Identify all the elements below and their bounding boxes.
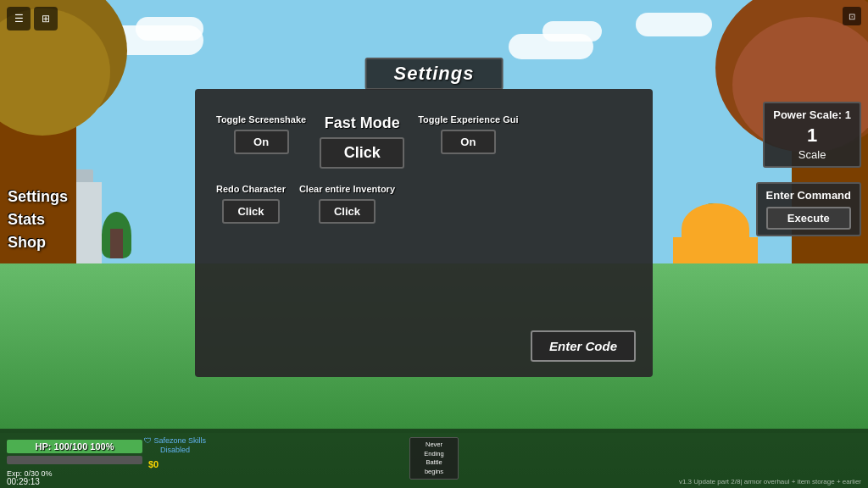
timer-display: 00:29:13: [7, 477, 40, 486]
tree-trunk-1: [110, 229, 123, 258]
enter-code-button[interactable]: Enter Code: [531, 330, 636, 362]
cloud-4: [542, 21, 602, 42]
menu-item-stats[interactable]: Stats: [4, 209, 71, 230]
fast-mode-setting: Fast Mode Click: [320, 114, 404, 169]
power-scale-label: Scale: [773, 148, 851, 161]
exp-bar-container: Exp: 0/30 0%: [7, 456, 142, 480]
bottom-hud: Level: 1 GsDrawls_99 HP: 100/100 100% Ex…: [0, 429, 868, 488]
settings-panel: Toggle Screenshake On Fast Mode Click To…: [195, 89, 653, 377]
hp-bar-container: HP: 100/100 100%: [7, 440, 142, 453]
power-scale-title: Power Scale: 1: [773, 108, 851, 121]
grid-icon[interactable]: ⊞: [34, 7, 58, 30]
hp-section: HP: 100/100 100% Exp: 0/30 0%: [7, 440, 142, 480]
top-right-icon[interactable]: ⊡: [843, 7, 861, 25]
menu-icon[interactable]: ☰: [7, 7, 31, 30]
cloud-2: [136, 17, 203, 41]
exp-gui-label: Toggle Experience Gui: [418, 114, 518, 125]
screenshake-label: Toggle Screenshake: [216, 114, 306, 125]
clear-inventory-setting: Clear entire Inventory Click: [299, 184, 395, 224]
redo-character-label: Redo Character: [216, 184, 286, 194]
settings-row-1: Toggle Screenshake On Fast Mode Click To…: [216, 114, 632, 169]
clear-inventory-label: Clear entire Inventory: [299, 184, 395, 194]
enter-command-title: Enter Command: [766, 189, 851, 202]
exp-gui-setting: Toggle Experience Gui On: [418, 114, 518, 154]
fast-mode-label: Fast Mode: [325, 114, 400, 132]
money-display: $0: [148, 459, 159, 469]
top-left-icons: ☰ ⊞: [7, 7, 58, 30]
power-scale-panel: Power Scale: 1 1 Scale: [763, 102, 861, 168]
power-scale-value: 1: [773, 125, 851, 147]
left-menu: Settings Stats Shop: [4, 186, 71, 253]
screenshake-button[interactable]: On: [234, 130, 289, 154]
clear-inventory-button[interactable]: Click: [319, 199, 376, 224]
safezone-badge: 🛡 Safezone SkillsDisabled: [144, 436, 206, 456]
redo-character-setting: Redo Character Click: [216, 184, 286, 224]
enter-command-panel: Enter Command Execute: [756, 182, 861, 236]
exp-gui-button[interactable]: On: [441, 130, 496, 154]
fast-mode-button[interactable]: Click: [320, 137, 404, 169]
settings-row-2: Redo Character Click Clear entire Invent…: [216, 184, 632, 224]
screenshake-setting: Toggle Screenshake On: [216, 114, 306, 154]
execute-button[interactable]: Execute: [766, 207, 851, 230]
menu-item-shop[interactable]: Shop: [4, 232, 71, 253]
cloud-5: [636, 13, 712, 36]
redo-character-button[interactable]: Click: [222, 199, 279, 224]
center-notice: NeverEndingBattlebegins: [409, 437, 459, 480]
settings-title: Settings: [365, 58, 504, 90]
menu-item-settings[interactable]: Settings: [4, 186, 71, 208]
hp-bar: HP: 100/100 100%: [7, 440, 142, 453]
exp-bar: [7, 456, 142, 464]
version-text: v1.3 Update part 2/8| armor overhaul + i…: [679, 478, 861, 485]
hp-text: HP: 100/100 100%: [36, 441, 114, 452]
